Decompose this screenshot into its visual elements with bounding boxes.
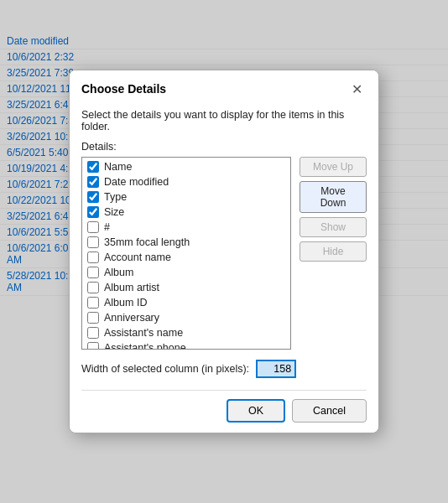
checkbox-album[interactable] xyxy=(87,267,99,278)
checkbox-label: 35mm focal length xyxy=(104,236,190,248)
checkbox-type[interactable] xyxy=(87,191,99,203)
ok-button[interactable]: OK xyxy=(227,399,285,423)
width-row: Width of selected column (in pixels): xyxy=(81,360,367,378)
close-button[interactable]: ✕ xyxy=(346,79,367,99)
width-label: Width of selected column (in pixels): xyxy=(81,363,249,375)
checkbox-item[interactable]: Name xyxy=(82,159,290,174)
checkbox-item[interactable]: Anniversary xyxy=(82,310,290,325)
show-button[interactable]: Show xyxy=(300,217,367,237)
hide-button[interactable]: Hide xyxy=(300,241,367,262)
details-label: Details: xyxy=(81,141,367,153)
checkbox-item[interactable]: Album artist xyxy=(82,280,290,295)
checkbox-album-artist[interactable] xyxy=(87,282,99,293)
checkbox-item[interactable]: Album ID xyxy=(82,295,290,310)
choose-details-dialog: Choose Details ✕ Select the details you … xyxy=(69,70,379,433)
cancel-button[interactable]: Cancel xyxy=(292,399,367,423)
checkbox-label: Date modified xyxy=(104,176,169,188)
checkbox-album-id[interactable] xyxy=(87,297,99,309)
checkbox-35mm-focal-length[interactable] xyxy=(87,236,99,248)
checkbox-item[interactable]: Assistant's name xyxy=(82,325,290,340)
checkbox-item[interactable]: 35mm focal length xyxy=(82,235,290,250)
dialog-body: Select the details you want to display f… xyxy=(70,106,378,433)
checkbox-item[interactable]: Account name xyxy=(82,250,290,265)
checkbox-assistant's-phone[interactable] xyxy=(87,342,99,350)
move-up-button[interactable]: Move Up xyxy=(300,157,367,177)
checkbox-item[interactable]: Album xyxy=(82,265,290,280)
checkbox-item[interactable]: Assistant's phone xyxy=(82,340,290,350)
checkbox-item[interactable]: # xyxy=(82,220,290,235)
checkbox-label: Name xyxy=(104,161,132,173)
checkbox-anniversary[interactable] xyxy=(87,312,99,324)
checkbox-#[interactable] xyxy=(87,221,99,233)
checkbox-name[interactable] xyxy=(87,161,99,173)
checkbox-date-modified[interactable] xyxy=(87,176,99,188)
checkbox-label: Type xyxy=(104,191,127,203)
checkbox-item[interactable]: Type xyxy=(82,189,290,205)
dialog-description: Select the details you want to display f… xyxy=(81,109,367,132)
side-buttons: Move Up Move Down Show Hide xyxy=(300,157,367,350)
checkbox-label: Album ID xyxy=(104,297,147,309)
dialog-title: Choose Details xyxy=(81,82,166,96)
checkbox-label: Size xyxy=(104,206,124,218)
checkbox-assistant's-name[interactable] xyxy=(87,327,99,339)
checkbox-size[interactable] xyxy=(87,206,99,218)
dialog-content: NameDate modifiedTypeSize#35mm focal len… xyxy=(81,157,367,350)
modal-overlay: Choose Details ✕ Select the details you … xyxy=(0,0,448,503)
checkbox-label: Anniversary xyxy=(104,312,159,324)
checkbox-label: Assistant's name xyxy=(104,327,183,339)
checkbox-label: # xyxy=(104,221,110,233)
checkbox-item[interactable]: Date modified xyxy=(82,174,290,189)
checkbox-list[interactable]: NameDate modifiedTypeSize#35mm focal len… xyxy=(81,157,291,350)
move-down-button[interactable]: Move Down xyxy=(300,181,367,213)
checkbox-item[interactable]: Size xyxy=(82,205,290,220)
width-input[interactable] xyxy=(256,360,296,378)
checkbox-label: Album xyxy=(104,267,133,278)
dialog-footer: OK Cancel xyxy=(81,390,367,423)
checkbox-account-name[interactable] xyxy=(87,252,99,263)
checkbox-label: Assistant's phone xyxy=(104,342,186,350)
checkbox-label: Account name xyxy=(104,252,171,263)
dialog-titlebar: Choose Details ✕ xyxy=(70,70,378,106)
checkbox-label: Album artist xyxy=(104,282,159,293)
